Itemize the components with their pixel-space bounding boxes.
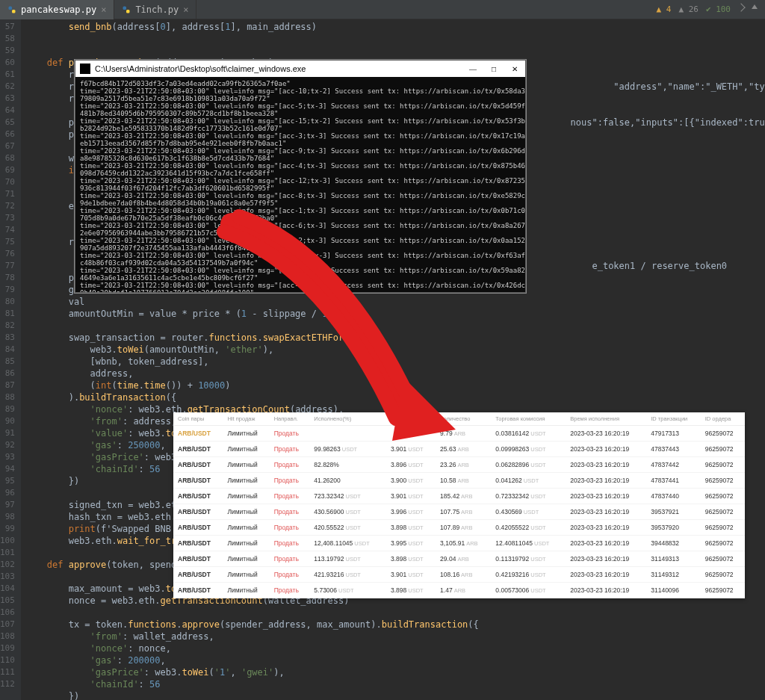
table-cell: 0.11319792USDT	[491, 551, 566, 567]
svg-rect-3	[126, 10, 130, 13]
table-cell: ARB/USDT	[173, 551, 223, 567]
table-cell: 39537920	[646, 520, 701, 536]
table-header-cell: Цена	[386, 412, 436, 426]
table-row[interactable]: ARB/USDTЛимитныйПродать420.55522USDT3.89…	[173, 520, 745, 536]
table-cell: Лимитный	[223, 489, 269, 504]
table-cell: 96259072	[701, 583, 745, 598]
table-cell: Лимитный	[223, 457, 269, 473]
table-cell: Лимитный	[223, 551, 269, 567]
arrow-up-icon[interactable]	[752, 4, 758, 9]
table-cell	[386, 426, 436, 442]
chevron-right-icon[interactable]	[737, 3, 745, 11]
table-cell: 39448832	[646, 536, 701, 551]
minimize-button[interactable]: —	[462, 61, 483, 77]
table-cell: ARB/USDT	[173, 457, 223, 473]
python-file-icon	[122, 5, 131, 14]
table-cell: 31149312	[646, 567, 701, 583]
trade-history-table[interactable]: Сoin пapыHit продажНаправл.Исполнено(%)Ц…	[173, 412, 745, 598]
table-cell: Продать	[270, 473, 310, 489]
table-cell: 3,105.91ARB	[436, 536, 491, 551]
table-cell: 3.898USDT	[386, 583, 436, 598]
table-cell: Продать	[270, 457, 310, 473]
table-cell: Лимитный	[223, 567, 269, 583]
table-cell: 9.79ARB	[436, 426, 491, 442]
table-cell: 3.900USDT	[386, 473, 436, 489]
tab-label: pancakeswap.py	[21, 4, 96, 15]
table-cell: 2023-03-23 16:20:19	[566, 520, 646, 536]
table-cell: 2023-03-23 16:20:19	[566, 457, 646, 473]
table-cell: 31149313	[646, 551, 701, 567]
exe-icon	[80, 64, 90, 74]
table-cell	[309, 426, 386, 442]
table-row[interactable]: ARB/USDTЛимитныйПродать113.19792USDT3.89…	[173, 551, 745, 567]
editor-tabbar: pancakeswap.py × Tinch.py × ▲ 4 ▲ 26 ✔ 1…	[0, 0, 765, 19]
table-cell: Продать	[270, 489, 310, 504]
python-file-icon	[7, 5, 16, 14]
table-cell: 2023-03-23 16:20:19	[566, 551, 646, 567]
table-cell: 430.56900USDT	[309, 504, 386, 520]
table-cell: 1.47ARB	[436, 583, 491, 598]
table-row[interactable]: ARB/USDTЛимитныйПродать421.93216USDT3.90…	[173, 567, 745, 583]
table-cell: 420.55522USDT	[309, 520, 386, 536]
table-row[interactable]: ARB/USDTЛимитныйПродать5.73006USDT3.898U…	[173, 583, 745, 598]
table-cell: 39537921	[646, 504, 701, 520]
table-cell: 3.996USDT	[386, 504, 436, 520]
table-row[interactable]: ARB/USDTЛимитныйПродать82.828%3.896USDT2…	[173, 457, 745, 473]
table-cell: 2023-03-23 16:20:19	[566, 536, 646, 551]
table-cell: 0.72332342USDT	[491, 489, 566, 504]
table-row[interactable]: ARB/USDTЛимитныйПродать12,408.11045USDT3…	[173, 536, 745, 551]
table-row[interactable]: ARB/USDTЛимитныйПродать430.56900USDT3.99…	[173, 504, 745, 520]
table-header-row: Сoin пapыHit продажНаправл.Исполнено(%)Ц…	[173, 412, 745, 426]
table-cell: 96259072	[701, 426, 745, 442]
terminal-titlebar[interactable]: C:\Users\Administrator\Desktop\soft\clai…	[75, 61, 525, 77]
table-row[interactable]: ARB/USDTЛимитныйПродать99.98263USDT3.901…	[173, 442, 745, 457]
table-cell: 29.04ARB	[436, 551, 491, 567]
table-header-cell: Направл.	[270, 412, 310, 426]
svg-rect-1	[12, 10, 16, 13]
trade-table: Сoin пapыHit продажНаправл.Исполнено(%)Ц…	[173, 412, 745, 598]
tab-pancakeswap[interactable]: pancakeswap.py ×	[0, 0, 114, 19]
table-cell: ARB/USDT	[173, 504, 223, 520]
table-cell: 47837443	[646, 442, 701, 457]
table-cell: 23.26ARB	[436, 457, 491, 473]
close-icon[interactable]: ×	[183, 4, 188, 15]
tab-label: Tinch.py	[135, 4, 179, 15]
table-cell: ARB/USDT	[173, 442, 223, 457]
table-row[interactable]: ARB/USDTЛимитныйПродать9.79ARB0.03816142…	[173, 426, 745, 442]
table-cell: 5.73006USDT	[309, 583, 386, 598]
terminal-output[interactable]: f67bcd84b172d5033df3c7a03ed4eadd02ca99fb…	[75, 77, 525, 292]
table-cell: 96259072	[701, 489, 745, 504]
table-header-cell: Сoin пapы	[173, 412, 223, 426]
table-cell: 2023-03-23 16:20:19	[566, 567, 646, 583]
table-cell: 0.09998263USDT	[491, 442, 566, 457]
window-controls: — □ ✕	[462, 61, 525, 77]
table-row[interactable]: ARB/USDTЛимитныйПродать723.32342USDT3.90…	[173, 489, 745, 504]
table-cell: 0.06282896USDT	[491, 457, 566, 473]
table-cell: 0.430569USDT	[491, 504, 566, 520]
table-cell: 108.16ARB	[436, 567, 491, 583]
table-cell: 99.98263USDT	[309, 442, 386, 457]
table-cell: ARB/USDT	[173, 473, 223, 489]
terminal-window[interactable]: C:\Users\Administrator\Desktop\soft\clai…	[75, 60, 526, 293]
table-cell: 3.896USDT	[386, 457, 436, 473]
table-cell: 113.19792USDT	[309, 551, 386, 567]
table-cell: 12.40811045USDT	[491, 536, 566, 551]
weak-warnings-count: ▲ 26	[678, 4, 699, 14]
table-header-cell: Торговая комиссия	[491, 412, 566, 426]
table-row[interactable]: ARB/USDTЛимитныйПродать41.262003.900USDT…	[173, 473, 745, 489]
maximize-button[interactable]: □	[483, 61, 504, 77]
table-header-cell: Исполнено(%)	[309, 412, 386, 426]
close-button[interactable]: ✕	[504, 61, 525, 77]
tab-tinch[interactable]: Tinch.py ×	[114, 0, 196, 19]
line-gutter: 57 58 59 60 61 62 63 64 65 66 67 68 69 7…	[0, 19, 21, 700]
table-cell: Продать	[270, 520, 310, 536]
terminal-title: C:\Users\Administrator\Desktop\soft\clai…	[95, 64, 306, 73]
close-icon[interactable]: ×	[101, 4, 106, 15]
table-cell: Продать	[270, 426, 310, 442]
table-cell: Лимитный	[223, 536, 269, 551]
table-cell: 107.75ARB	[436, 504, 491, 520]
table-cell: ARB/USDT	[173, 583, 223, 598]
table-cell: ARB/USDT	[173, 489, 223, 504]
table-cell: Лимитный	[223, 442, 269, 457]
table-cell: 96259072	[701, 551, 745, 567]
